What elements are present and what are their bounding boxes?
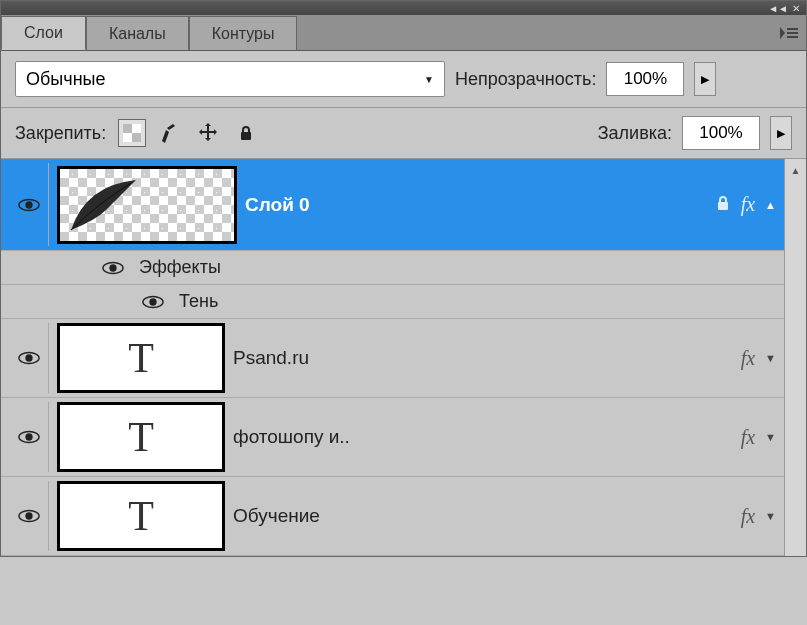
tab-layers[interactable]: Слои — [1, 16, 86, 50]
layer-indicators: fx ▼ — [741, 347, 776, 370]
layer-indicators: fx ▼ — [741, 426, 776, 449]
fill-value[interactable]: 100% — [682, 116, 760, 150]
opacity-flyout-button[interactable]: ▶ — [694, 62, 716, 96]
opacity-value[interactable]: 100% — [606, 62, 684, 96]
layer-thumbnail[interactable]: T — [57, 402, 225, 472]
visibility-column — [9, 163, 49, 246]
svg-rect-10 — [718, 202, 728, 210]
blend-mode-select[interactable]: Обычные ▼ — [15, 61, 445, 97]
fill-flyout-button[interactable]: ▶ — [770, 116, 792, 150]
layer-name[interactable]: Обучение — [233, 505, 733, 527]
layer-name[interactable]: фотошопу и.. — [233, 426, 733, 448]
svg-point-12 — [109, 264, 116, 271]
eye-icon[interactable] — [17, 429, 41, 445]
visibility-column — [9, 402, 49, 472]
eye-icon[interactable] — [141, 294, 165, 310]
panel-topbar: ◄◄ ✕ — [1, 1, 806, 15]
svg-rect-6 — [123, 133, 132, 142]
layer-name[interactable]: Psand.ru — [233, 347, 733, 369]
svg-point-9 — [25, 201, 32, 208]
blend-opacity-row: Обычные ▼ Непрозрачность: 100% ▶ — [1, 51, 806, 108]
effect-item-row[interactable]: Тень — [1, 285, 784, 319]
lock-transparency-button[interactable] — [118, 119, 146, 147]
svg-rect-1 — [787, 32, 798, 34]
layer-thumbnail[interactable]: T — [57, 481, 225, 551]
blend-mode-value: Обычные — [26, 69, 106, 90]
svg-rect-0 — [787, 28, 798, 30]
effect-item-label: Тень — [179, 291, 218, 312]
eye-icon[interactable] — [17, 197, 41, 213]
expand-effects-icon[interactable]: ▼ — [765, 352, 776, 364]
layers-list: Слой 0 fx ▲ Эффекты Тен — [1, 159, 784, 556]
opacity-label: Непрозрачность: — [455, 69, 596, 90]
svg-rect-2 — [787, 36, 798, 38]
svg-rect-7 — [241, 132, 251, 140]
eye-icon[interactable] — [17, 508, 41, 524]
layer-name[interactable]: Слой 0 — [245, 194, 707, 216]
layer-thumbnail[interactable]: T — [57, 323, 225, 393]
expand-effects-icon[interactable]: ▼ — [765, 431, 776, 443]
lock-all-button[interactable] — [232, 119, 260, 147]
fx-icon[interactable]: fx — [741, 347, 755, 370]
text-layer-icon: T — [60, 484, 222, 548]
fx-icon[interactable]: fx — [741, 193, 755, 216]
lock-position-button[interactable] — [194, 119, 222, 147]
collapse-icon[interactable]: ◄◄ — [768, 3, 788, 14]
tab-channels[interactable]: Каналы — [86, 16, 189, 50]
lock-fill-row: Закрепить: Заливка: 100% ▶ — [1, 108, 806, 159]
fill-label: Заливка: — [598, 123, 672, 144]
visibility-column — [9, 481, 49, 551]
effects-label: Эффекты — [139, 257, 221, 278]
lock-label: Закрепить: — [15, 123, 106, 144]
eye-icon[interactable] — [101, 260, 125, 276]
svg-point-20 — [25, 512, 32, 519]
layer-indicators: fx ▲ — [715, 193, 776, 216]
feather-icon — [66, 175, 146, 235]
scroll-up-icon[interactable]: ▲ — [791, 165, 801, 176]
text-layer-icon: T — [60, 326, 222, 390]
svg-point-14 — [149, 298, 156, 305]
collapse-effects-icon[interactable]: ▲ — [765, 199, 776, 211]
visibility-column — [9, 323, 49, 393]
layer-row[interactable]: T Обучение fx ▼ — [1, 477, 784, 556]
scrollbar[interactable]: ▲ — [784, 159, 806, 556]
svg-point-18 — [25, 433, 32, 440]
expand-effects-icon[interactable]: ▼ — [765, 510, 776, 522]
lock-buttons — [118, 119, 260, 147]
fx-icon[interactable]: fx — [741, 505, 755, 528]
svg-point-16 — [25, 354, 32, 361]
layer-row[interactable]: T фотошопу и.. fx ▼ — [1, 398, 784, 477]
effects-row[interactable]: Эффекты — [1, 251, 784, 285]
layer-row[interactable]: Слой 0 fx ▲ — [1, 159, 784, 251]
layer-row[interactable]: T Psand.ru fx ▼ — [1, 319, 784, 398]
svg-rect-5 — [132, 124, 141, 133]
eye-icon[interactable] — [17, 350, 41, 366]
layers-panel: ◄◄ ✕ Слои Каналы Контуры Обычные ▼ Непро… — [0, 0, 807, 557]
layer-indicators: fx ▼ — [741, 505, 776, 528]
lock-icon — [715, 195, 731, 215]
tab-paths[interactable]: Контуры — [189, 16, 298, 50]
text-layer-icon: T — [60, 405, 222, 469]
svg-rect-4 — [132, 133, 141, 142]
dropdown-icon: ▼ — [424, 74, 434, 85]
layers-area: Слой 0 fx ▲ Эффекты Тен — [1, 159, 806, 556]
svg-rect-3 — [123, 124, 132, 133]
panel-menu-icon[interactable] — [780, 15, 798, 50]
fx-icon[interactable]: fx — [741, 426, 755, 449]
tabs-row: Слои Каналы Контуры — [1, 15, 806, 51]
lock-pixels-button[interactable] — [156, 119, 184, 147]
close-icon[interactable]: ✕ — [792, 3, 800, 14]
layer-thumbnail[interactable] — [57, 166, 237, 244]
